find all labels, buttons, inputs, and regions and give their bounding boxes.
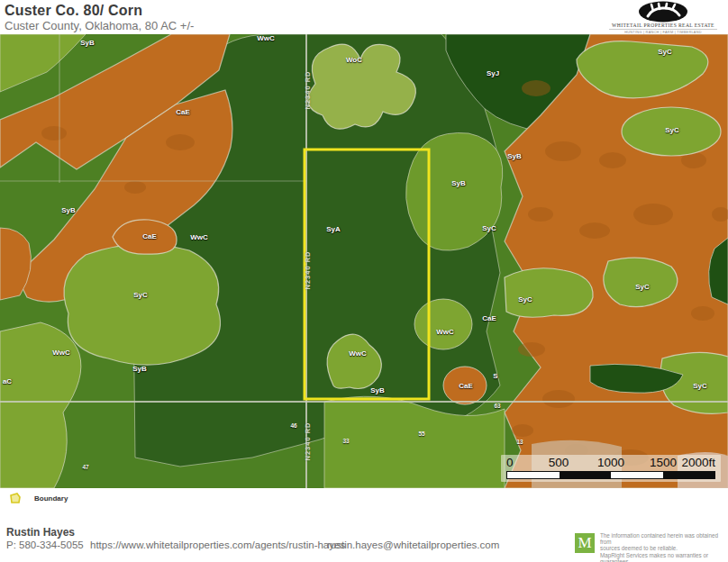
scale-tick: 500 <box>549 456 569 469</box>
antler-logo-icon <box>637 1 689 23</box>
disclaimer-text: The information contained herein was obt… <box>600 532 728 562</box>
soil-label: SyB <box>451 179 466 187</box>
soil-label: SyB <box>61 206 76 214</box>
scale-bar: 0500100015002000ft <box>501 455 721 482</box>
soil-label: SyJ <box>487 69 499 77</box>
soil-label: CaE <box>482 314 496 322</box>
header: Custer Co. 80/ Corn Custer County, Oklah… <box>0 0 728 34</box>
legend-label: Boundary <box>34 494 68 503</box>
soil-label: 63 <box>494 403 500 409</box>
soil-map-canvas: SyBWwCWoCSyCSyJCaESyCSyBSyBSyBSyACaEWwCS… <box>0 34 728 488</box>
soil-label: 33 <box>342 438 349 444</box>
soil-label: 46 <box>290 422 296 429</box>
soil-label: S <box>493 372 497 380</box>
soil-label: SyC <box>658 48 672 56</box>
legend-item-boundary: Boundary <box>9 493 68 504</box>
disclaimer-line: The information contained herein was obt… <box>600 532 728 545</box>
agent-phone: P: 580-334-5055 <box>6 539 84 550</box>
scale-tick: 1000 <box>597 456 624 469</box>
soil-label: SyB <box>507 152 522 160</box>
road-label: N2340 RD <box>304 250 312 289</box>
logo-wordmark: WHITETAIL PROPERTIES REAL ESTATE <box>609 23 717 28</box>
soil-label: SyC <box>518 295 532 304</box>
page-title: Custer Co. 80/ Corn <box>5 3 142 19</box>
footer: Rustin Hayes P: 580-334-5055 https://www… <box>0 512 728 562</box>
agent-name: Rustin Hayes <box>6 526 75 539</box>
soil-label: 13 <box>516 439 523 445</box>
scale-tick-labels: 0500100015002000ft <box>506 456 715 470</box>
soil-label: aC <box>3 377 12 385</box>
scale-tick: 2000ft <box>681 456 715 469</box>
scale-tick: 0 <box>506 456 514 469</box>
soil-label: 55 <box>418 431 424 437</box>
soil-label: WwC <box>257 34 275 42</box>
page-subtitle: Custer County, Oklahoma, 80 AC +/- <box>5 19 194 32</box>
soil-label: CaE <box>459 382 473 390</box>
soil-label: SyB <box>80 39 95 47</box>
whitetail-properties-logo: WHITETAIL PROPERTIES REAL ESTATE HUNTING… <box>609 1 717 33</box>
road-label: N2340 RD <box>304 422 312 460</box>
boundary-polygon-icon <box>9 493 22 504</box>
disclaimer-line: sources deemed to be reliable. <box>600 545 728 551</box>
soil-label: 47 <box>82 464 88 470</box>
soil-label: SyC <box>665 126 679 134</box>
agent-profile-link[interactable]: https://www.whitetailproperties.com/agen… <box>90 539 345 550</box>
agent-email-link[interactable]: rustin.hayes@whitetailproperties.com <box>327 539 499 550</box>
soil-label: WwC <box>436 328 454 336</box>
soil-label: CaE <box>142 232 157 240</box>
map-labels-layer: SyBWwCWoCSyCSyJCaESyCSyBSyBSyBSyACaEWwCS… <box>0 34 728 488</box>
soil-label: SyB <box>132 365 147 373</box>
soil-label: WwC <box>190 233 208 241</box>
road-label: N2340 RD <box>304 70 312 109</box>
legend: Boundary <box>0 488 728 512</box>
mapright-logo: M <box>575 533 595 553</box>
soil-label: WoC <box>346 56 362 64</box>
soil-label: SyA <box>326 225 341 233</box>
soil-label: SyC <box>635 283 650 291</box>
soil-label: SyC <box>693 382 707 390</box>
soil-label: CaE <box>176 108 190 116</box>
soil-label: SyC <box>133 291 148 299</box>
soil-label: SyC <box>482 224 496 232</box>
soil-label: WwC <box>349 349 367 358</box>
soil-label: SyB <box>370 386 385 394</box>
scale-track <box>506 471 715 479</box>
disclaimer-line: MapRight Services makes no warranties or… <box>600 552 728 562</box>
soil-label: WwC <box>52 349 70 357</box>
scale-tick: 1500 <box>650 456 677 469</box>
